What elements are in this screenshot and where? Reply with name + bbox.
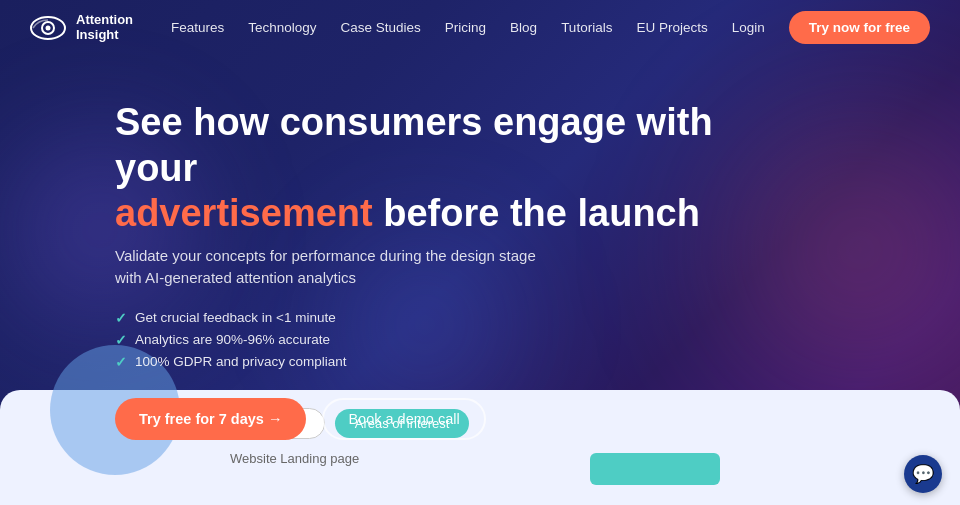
features-list: ✓ Get crucial feedback in <1 minute ✓ An… bbox=[115, 310, 910, 370]
cta-buttons: Try free for 7 days → Book a demo call bbox=[115, 398, 910, 440]
svg-point-2 bbox=[46, 25, 51, 30]
hero-section: See how consumers engage with your adver… bbox=[0, 55, 960, 440]
nav-login[interactable]: Login bbox=[732, 20, 765, 35]
nav-technology[interactable]: Technology bbox=[248, 20, 316, 35]
nav-tutorials[interactable]: Tutorials bbox=[561, 20, 612, 35]
feature-3: ✓ 100% GDPR and privacy compliant bbox=[115, 354, 910, 370]
chat-bubble-button[interactable]: 💬 bbox=[904, 455, 942, 493]
nav-try-button[interactable]: Try now for free bbox=[789, 11, 930, 44]
check-icon-2: ✓ bbox=[115, 332, 127, 348]
feature-1: ✓ Get crucial feedback in <1 minute bbox=[115, 310, 910, 326]
nav-case-studies[interactable]: Case Studies bbox=[341, 20, 421, 35]
green-bar-decoration bbox=[590, 453, 720, 485]
nav-eu-projects[interactable]: EU Projects bbox=[636, 20, 707, 35]
chat-icon: 💬 bbox=[912, 463, 934, 485]
demo-button[interactable]: Book a demo call bbox=[322, 398, 485, 440]
preview-label: Website Landing page bbox=[230, 451, 930, 466]
check-icon-1: ✓ bbox=[115, 310, 127, 326]
check-icon-3: ✓ bbox=[115, 354, 127, 370]
nav-pricing[interactable]: Pricing bbox=[445, 20, 486, 35]
navbar: Attention Insight Features Technology Ca… bbox=[0, 0, 960, 55]
logo-icon bbox=[30, 10, 66, 46]
logo-text: Attention Insight bbox=[76, 13, 133, 43]
nav-blog[interactable]: Blog bbox=[510, 20, 537, 35]
logo: Attention Insight bbox=[30, 10, 133, 46]
feature-2: ✓ Analytics are 90%-96% accurate bbox=[115, 332, 910, 348]
nav-features[interactable]: Features bbox=[171, 20, 224, 35]
nav-links: Features Technology Case Studies Pricing… bbox=[171, 11, 930, 44]
try-free-button[interactable]: Try free for 7 days → bbox=[115, 398, 306, 440]
hero-title: See how consumers engage with your adver… bbox=[115, 100, 765, 237]
hero-subtitle: Validate your concepts for performance d… bbox=[115, 245, 545, 290]
